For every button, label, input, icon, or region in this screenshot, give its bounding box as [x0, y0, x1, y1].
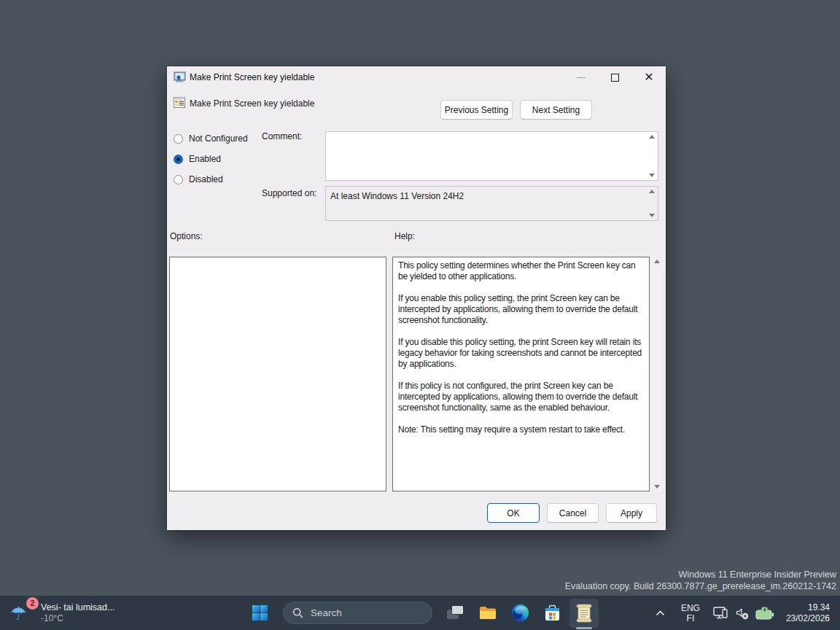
scroll-down-icon[interactable]: [649, 214, 655, 217]
dialog-titlebar: Make Print Screen key yieldable ✕: [167, 66, 666, 88]
search-placeholder: Search: [311, 607, 342, 618]
watermark-line1: Windows 11 Enterprise Insider Preview: [565, 569, 836, 581]
group-policy-icon: [174, 71, 186, 83]
apply-button[interactable]: Apply: [606, 503, 657, 523]
weather-temperature: -10°C: [41, 613, 114, 623]
maximize-button[interactable]: [606, 69, 623, 85]
supported-scrollbar[interactable]: [646, 187, 657, 219]
search-icon: [292, 607, 303, 618]
radio-circle[interactable]: [174, 134, 183, 144]
comment-label: Comment:: [262, 131, 302, 141]
dialog-title: Make Print Screen key yieldable: [190, 72, 314, 82]
weather-widget[interactable]: ☂ 2 Vesi- tai lumisad... -10°C: [9, 596, 114, 630]
radio-circle-selected[interactable]: [174, 155, 183, 164]
microsoft-store-icon: [544, 604, 561, 622]
help-paragraph: If this policy is not configured, the pr…: [398, 381, 646, 413]
scroll-up-icon[interactable]: [654, 260, 660, 263]
previous-setting-button[interactable]: Previous Setting: [440, 100, 513, 120]
start-button[interactable]: [245, 599, 274, 628]
weather-headline: Vesi- tai lumisad...: [41, 602, 114, 612]
options-panel: [169, 257, 386, 491]
scroll-up-icon[interactable]: [649, 135, 655, 139]
help-label: Help:: [394, 231, 415, 241]
scroll-down-icon[interactable]: [649, 174, 655, 177]
scroll-down-icon[interactable]: [654, 485, 660, 489]
file-explorer-button[interactable]: [473, 599, 502, 628]
scroll-icon: [576, 604, 592, 623]
battery-charging-icon[interactable]: [755, 606, 774, 620]
task-view-button[interactable]: [441, 599, 470, 628]
help-paragraph: If you disable this policy setting, the …: [398, 337, 646, 370]
policy-setting-dialog: Make Print Screen key yieldable ✕ Make P…: [167, 66, 666, 530]
windows-logo-icon: [252, 605, 268, 621]
minimize-button[interactable]: [572, 69, 590, 85]
comment-textarea[interactable]: [325, 131, 658, 181]
taskbar: ☂ 2 Vesi- tai lumisad... -10°C Search: [0, 596, 840, 630]
task-view-icon: [441, 599, 470, 628]
supported-on-label: Supported on:: [262, 188, 316, 198]
help-panel: This policy setting determines whether t…: [392, 257, 650, 491]
comment-scrollbar[interactable]: [646, 133, 657, 179]
radio-not-configured[interactable]: Not Configured: [174, 133, 248, 144]
next-setting-button[interactable]: Next Setting: [520, 100, 592, 120]
help-paragraph: Note: This setting may require a system …: [398, 424, 646, 435]
tray-date: 23/02/2026: [786, 613, 830, 624]
radio-circle[interactable]: [174, 175, 183, 184]
language-indicator[interactable]: ENG FI: [681, 603, 700, 623]
cancel-button[interactable]: Cancel: [547, 503, 599, 523]
desktop-watermark: Windows 11 Enterprise Insider Preview Ev…: [565, 569, 836, 592]
help-paragraph: This policy setting determines whether t…: [398, 260, 646, 282]
file-explorer-icon: [479, 606, 497, 621]
edge-button[interactable]: [505, 599, 534, 628]
watermark-line2: Evaluation copy. Build 26300.7877.ge_pre…: [565, 581, 836, 593]
supported-on-box: At least Windows 11 Version 24H2: [325, 186, 658, 221]
options-label: Options:: [170, 231, 203, 241]
search-box[interactable]: Search: [283, 602, 432, 624]
umbrella-icon: ☂: [10, 604, 26, 623]
group-policy-editor-button[interactable]: [569, 599, 599, 628]
radio-enabled[interactable]: Enabled: [174, 154, 221, 164]
cast-display-icon[interactable]: [713, 606, 729, 621]
ok-button[interactable]: OK: [487, 503, 540, 523]
scroll-up-icon[interactable]: [649, 190, 655, 193]
setting-name: Make Print Screen key yieldable: [190, 98, 314, 109]
edge-icon: [512, 604, 529, 621]
notification-badge: 2: [26, 597, 39, 610]
microsoft-store-button[interactable]: [537, 599, 567, 628]
volume-muted-icon[interactable]: [735, 607, 750, 620]
clock[interactable]: 19.34 23/02/2026: [786, 602, 830, 624]
help-scrollbar[interactable]: [651, 257, 663, 491]
supported-on-value: At least Windows 11 Version 24H2: [330, 191, 464, 201]
policy-setting-icon: [174, 96, 186, 109]
tray-time: 19.34: [786, 602, 830, 613]
help-paragraph: If you enable this policy setting, the p…: [398, 293, 646, 326]
radio-disabled[interactable]: Disabled: [174, 174, 223, 184]
close-button[interactable]: ✕: [640, 69, 658, 85]
tray-overflow-chevron-icon[interactable]: [656, 610, 665, 616]
